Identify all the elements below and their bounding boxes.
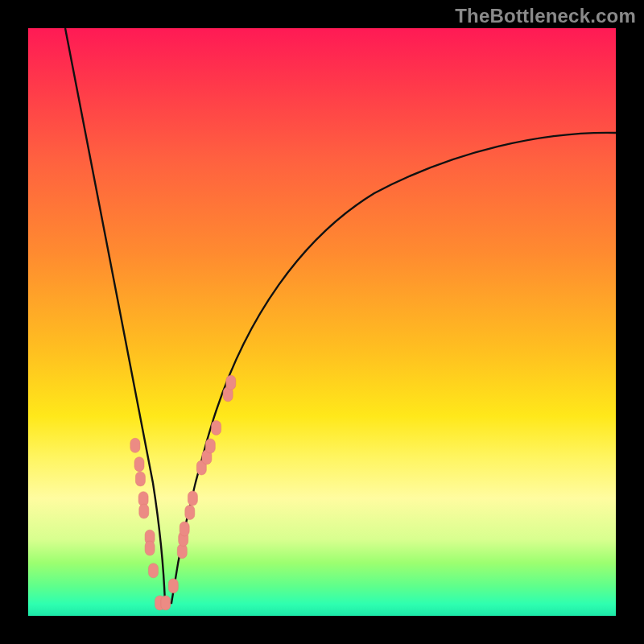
marker-point: [135, 472, 145, 486]
marker-point: [145, 541, 155, 555]
marker-point: [139, 504, 149, 518]
marker-point: [161, 596, 171, 610]
marker-point: [226, 375, 236, 390]
marker-point: [205, 439, 215, 453]
marker-point: [180, 522, 189, 536]
marker-point: [212, 420, 221, 435]
curve-layer: [28, 28, 616, 616]
plot-area: [28, 28, 616, 616]
marker-point: [134, 457, 144, 472]
marker-point: [188, 491, 197, 506]
marker-point: [149, 564, 159, 578]
marker-group: [130, 375, 236, 610]
marker-point: [168, 579, 178, 593]
marker-point: [185, 506, 195, 520]
chart-frame: TheBottleneck.com: [0, 0, 644, 644]
marker-point: [130, 438, 140, 452]
watermark-text: TheBottleneck.com: [455, 5, 636, 27]
